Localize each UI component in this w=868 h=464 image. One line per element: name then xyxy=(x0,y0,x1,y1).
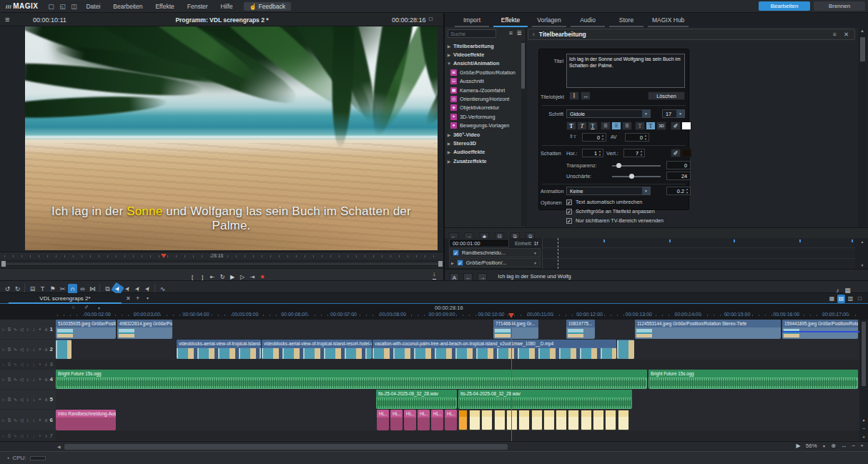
preview-playhead-marker[interactable] xyxy=(161,254,167,258)
track-options-icon[interactable]: ± xyxy=(43,433,49,438)
close-panel-icon[interactable]: ✕ xyxy=(844,31,849,38)
track-add-icon[interactable]: + xyxy=(37,397,44,402)
mode-bearbeiten-button[interactable]: Bearbeiten xyxy=(759,1,810,11)
track-mute-icon[interactable]: ◁ xyxy=(19,327,25,332)
track-header-1[interactable]: ∩S∿◁↕↓+±1 xyxy=(0,320,56,339)
font-size-select[interactable]: 17▼ xyxy=(662,109,685,118)
timeline-clip[interactable] xyxy=(458,410,468,430)
line-spacing-input[interactable]: 0▲▼ xyxy=(582,133,606,142)
track-curve-icon[interactable]: ∿ xyxy=(12,377,19,382)
track-resize-icon[interactable]: ↕ xyxy=(24,433,31,438)
timeline-ruler[interactable]: 00:00:28:16 00:00:02:0000:00:03:0000:00:… xyxy=(0,304,868,320)
align-right-button[interactable]: ☰ xyxy=(622,122,632,130)
timeline-clip[interactable]: tts-25-04-2025-08_32_28.wav xyxy=(376,390,457,409)
track-header-6[interactable]: ∩S∿◁↕↓+±6 xyxy=(0,410,56,430)
keyframe-row-groesse-position[interactable]: ▶ ✓ Größe/Position/... ▼ xyxy=(449,258,541,267)
mode-brennen-button[interactable]: Brennen xyxy=(814,1,865,11)
effects-item-zusatzeffekte[interactable]: ▶Zusatzeffekte xyxy=(445,157,521,165)
transparenz-value[interactable]: 0 xyxy=(666,161,691,169)
checkbox-checked-icon[interactable]: ✓ xyxy=(566,199,572,205)
shadow-color-picker-icon[interactable]: ✐ xyxy=(671,149,681,157)
timeline-clip[interactable]: Intro Randbeschneidung-Aus... xyxy=(56,410,116,430)
effects-item-orientierung-horizont[interactable]: ◎Orientierung/Horizont xyxy=(445,94,521,103)
track-add-icon[interactable]: + xyxy=(37,433,44,438)
timeline-clip[interactable]: HL.. xyxy=(404,410,416,430)
undock-preview-icon[interactable]: □ xyxy=(429,16,433,22)
project-tab[interactable]: VDL screengraps 2* xyxy=(9,294,122,304)
audio-level-icon[interactable]: ↓ xyxy=(433,270,436,280)
video-preview[interactable]: Ich lag in der Sonne und Wolfgang las se… xyxy=(25,26,438,250)
track-options-icon[interactable]: ± xyxy=(43,377,49,382)
timeline-clip[interactable]: HL.. xyxy=(390,410,403,430)
chevron-right-icon[interactable]: ▶ xyxy=(445,159,453,164)
track-add-icon[interactable]: + xyxy=(37,418,44,423)
track-lock-all-icon[interactable]: ∩ xyxy=(71,305,75,310)
timeline-clip[interactable]: HL.. xyxy=(418,410,430,430)
tab-vorlagen[interactable]: Vorlagen xyxy=(532,16,566,27)
chevron-down-icon[interactable]: ▼ xyxy=(533,261,537,265)
hscrollbar-thumb[interactable] xyxy=(64,444,508,450)
keyframe-scrollbar[interactable]: ▲ ▼ xyxy=(858,240,867,267)
chevron-right-icon[interactable]: ▶ xyxy=(445,149,453,154)
track-curve-icon[interactable]: ∿ xyxy=(12,347,19,352)
option-tv-area[interactable]: ✓Nur sichtbaren TV-Bereich verwenden xyxy=(566,217,664,224)
spinner-arrows[interactable]: ▲▼ xyxy=(598,149,602,157)
menu-item-datei[interactable]: Datei xyxy=(79,3,107,10)
expander-icon[interactable]: ▶ xyxy=(451,261,454,265)
track-options-icon[interactable]: ± xyxy=(43,327,49,332)
effects-item-3d-verformung[interactable]: ✦3D-Verformung xyxy=(445,112,521,121)
timeline-clip[interactable] xyxy=(581,410,592,430)
animation-select[interactable]: Keine▼ xyxy=(566,187,651,195)
ungroup-icon[interactable]: ⋈ xyxy=(88,284,97,294)
timeline-clip[interactable]: HL.. xyxy=(431,410,443,430)
track-resize-icon[interactable]: ↕ xyxy=(24,362,31,367)
tab-import[interactable]: Import xyxy=(455,16,489,27)
panel-menu-icon[interactable]: ≡ xyxy=(833,31,837,38)
search-input[interactable] xyxy=(448,29,496,38)
track-resize-icon[interactable]: ↕ xyxy=(24,347,31,352)
zoom-level[interactable]: 56% xyxy=(806,443,817,449)
track-lane-2[interactable]: videoblocks-aerial-view-of-tropical-isla… xyxy=(56,340,859,359)
track-solo-icon[interactable]: S xyxy=(6,418,13,423)
storyboard-mode-icon[interactable]: ▦ xyxy=(828,295,836,303)
title-tool-icon[interactable]: T xyxy=(38,284,47,294)
playhead-marker[interactable] xyxy=(508,313,514,318)
effects-item-größe-position-rotation[interactable]: ⊞Größe/Position/Rotation xyxy=(445,68,521,76)
track-mute-icon[interactable]: ◁ xyxy=(19,397,25,403)
slider-thumb[interactable] xyxy=(616,163,621,168)
razor-icon[interactable]: ✂ xyxy=(58,284,67,294)
unschaerfe-value[interactable]: 24 xyxy=(666,172,691,180)
track-resize-icon[interactable]: ↕ xyxy=(24,377,31,382)
chevron-right-icon[interactable]: ▶ xyxy=(445,132,453,137)
chevron-down-icon[interactable]: ▼ xyxy=(445,61,453,66)
track-resize-icon[interactable]: ↕ xyxy=(24,327,31,332)
add-tab-icon[interactable]: + xyxy=(136,295,139,302)
scrubber-handle-left[interactable] xyxy=(1,261,6,267)
fit-range-icon[interactable]: ↔ xyxy=(841,443,847,449)
checkbox-checked-icon[interactable]: ✓ xyxy=(566,218,572,224)
marker-icon[interactable]: ⚑ xyxy=(48,284,57,294)
undo-icon[interactable]: ↺ xyxy=(3,284,12,294)
font-color-picker-icon[interactable]: ✐ xyxy=(671,122,681,130)
fit-project-icon[interactable]: ⊕ xyxy=(831,443,836,449)
timeline-clip[interactable] xyxy=(469,410,480,430)
timeline-clip[interactable] xyxy=(543,410,555,430)
tab-magix-hub[interactable]: MAGIX Hub xyxy=(648,16,689,27)
effects-item-videoeffekte[interactable]: ▶Videoeffekte xyxy=(445,50,521,59)
track-lane-4[interactable]: Bright Future 15s.oggBright Future 15s.o… xyxy=(56,370,859,389)
timeline-clip[interactable] xyxy=(593,410,604,430)
checkbox-checked-icon[interactable]: ✓ xyxy=(453,250,459,256)
chevron-right-icon[interactable]: ▶ xyxy=(445,52,453,57)
scroll-up-icon[interactable]: ▲ xyxy=(860,29,864,33)
track-solo-icon[interactable]: S xyxy=(6,347,13,352)
track-curve-icon[interactable]: ∿ xyxy=(12,418,19,423)
align-center-button[interactable]: ☰ xyxy=(611,122,621,130)
track-lock-icon[interactable]: ∩ xyxy=(0,347,6,352)
effects-item-objektivkorrektur[interactable]: ◈Objektivkorrektur xyxy=(445,104,521,112)
sort-detail-icon[interactable]: ≣ xyxy=(516,29,522,36)
scene-overview-icon[interactable]: ▥ xyxy=(847,295,854,303)
timeline-clip[interactable]: tts-25-04-2025-08_32_28.wav xyxy=(458,390,632,409)
redo-icon[interactable]: ↻ xyxy=(13,284,22,294)
track-solo-icon[interactable]: S xyxy=(6,433,13,438)
open-project-icon[interactable]: ◱ xyxy=(56,3,68,10)
